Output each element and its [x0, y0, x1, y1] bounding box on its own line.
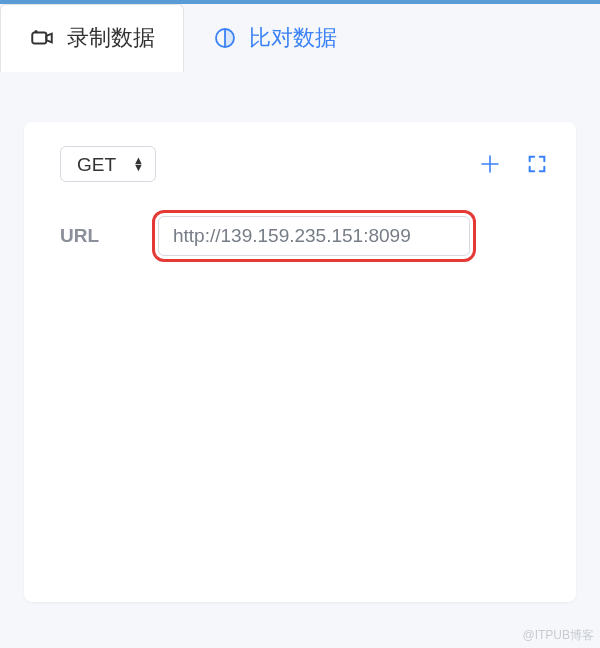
- main-panel: GET ▲▼: [24, 122, 576, 602]
- url-input[interactable]: [158, 216, 470, 256]
- half-circle-icon: [213, 26, 237, 50]
- camera-icon: [29, 25, 55, 51]
- add-button[interactable]: [478, 152, 502, 176]
- http-method-select-wrap: GET ▲▼: [60, 146, 156, 182]
- svg-rect-0: [32, 33, 46, 44]
- expand-button[interactable]: [526, 153, 548, 175]
- url-row: URL: [60, 210, 548, 262]
- panel-top-row: GET ▲▼: [60, 146, 548, 182]
- watermark-text: @ITPUB博客: [522, 627, 594, 644]
- action-icons: [478, 152, 548, 176]
- tab-record-data[interactable]: 录制数据: [0, 4, 184, 72]
- tab-record-label: 录制数据: [67, 23, 155, 53]
- svg-point-1: [35, 30, 38, 33]
- url-highlight-box: [152, 210, 476, 262]
- url-label: URL: [60, 225, 120, 247]
- tab-compare-label: 比对数据: [249, 23, 337, 53]
- content-area: GET ▲▼: [0, 72, 600, 626]
- tabs-container: 录制数据 比对数据: [0, 4, 600, 72]
- http-method-select[interactable]: GET: [60, 146, 156, 182]
- tab-compare-data[interactable]: 比对数据: [184, 4, 366, 72]
